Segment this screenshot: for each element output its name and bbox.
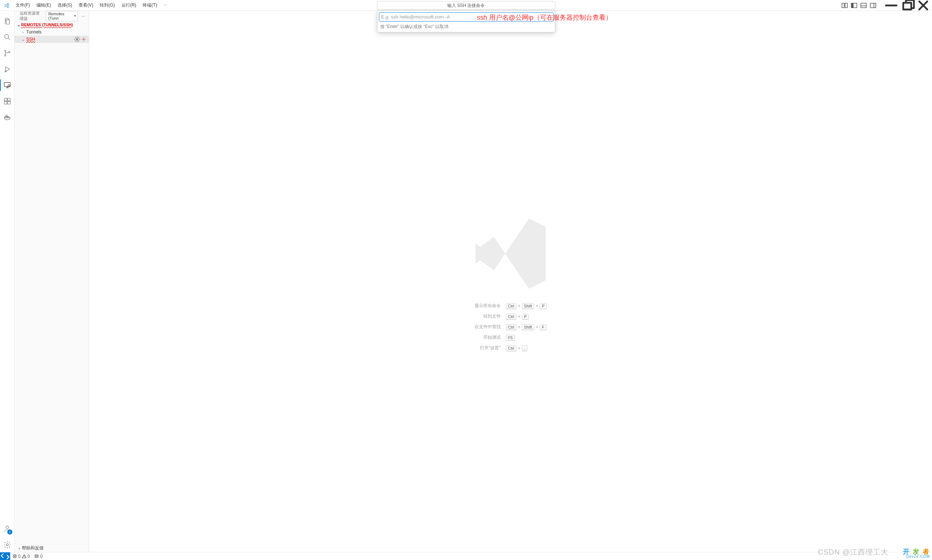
activity-settings[interactable] xyxy=(0,537,15,552)
menu-terminal[interactable]: 终端(T) xyxy=(140,1,160,10)
sidebar: 远程资源管理器 Remotes (Tunn ··· ⌄ REMOTES (TUN… xyxy=(15,11,89,552)
remote-indicator[interactable] xyxy=(0,552,10,560)
watermark-csdn: CSDN @江西理工大 xyxy=(818,547,888,557)
activity-explorer[interactable] xyxy=(0,14,15,28)
shortcut-label: 打开"设置" xyxy=(475,345,501,351)
menu-edit[interactable]: 编辑(E) xyxy=(34,1,54,10)
sidebar-title: 远程资源管理器 xyxy=(20,11,44,22)
svg-point-30 xyxy=(6,526,8,529)
activity-accounts[interactable]: 2 xyxy=(0,522,15,536)
menu-overflow[interactable]: ··· xyxy=(161,1,170,10)
activity-docker[interactable] xyxy=(0,110,15,125)
tree-item-tunnels[interactable]: › Tunnels xyxy=(15,28,89,35)
svg-point-32 xyxy=(77,38,78,40)
sidebar-section-label: REMOTES (TUNNELS/SSH) xyxy=(21,23,73,27)
annotation-text: ssh 用户名@公网ip（可在服务器控制台查看） xyxy=(477,13,612,22)
chevron-right-icon: › xyxy=(20,30,26,34)
tree-item-label: SSH xyxy=(26,37,35,42)
titlebar: 文件(F) 编辑(E) 选择(S) 查看(V) 转到(G) 运行(R) 终端(T… xyxy=(0,0,932,11)
svg-line-13 xyxy=(8,38,10,40)
status-ports[interactable]: 0 xyxy=(32,554,45,559)
activity-bar: 2 xyxy=(0,11,15,552)
shortcut-label: 转到文件 xyxy=(475,313,501,320)
layout-panel-icon[interactable] xyxy=(860,2,867,9)
svg-rect-0 xyxy=(842,3,844,8)
gear-icon[interactable] xyxy=(74,36,80,42)
svg-point-40 xyxy=(37,555,38,557)
svg-rect-9 xyxy=(903,3,911,9)
svg-rect-18 xyxy=(4,83,10,86)
tree-item-label: Tunnels xyxy=(26,29,42,35)
shortcut-keys: Ctrl+, xyxy=(506,345,547,351)
command-center-title: 输入 SSH 连接命令 xyxy=(377,1,555,10)
activity-source-control[interactable] xyxy=(0,46,15,60)
menu-file[interactable]: 文件(F) xyxy=(13,1,33,10)
activity-search[interactable] xyxy=(0,30,15,45)
menu-selection[interactable]: 选择(S) xyxy=(55,1,75,10)
shortcut-keys: Ctrl+P xyxy=(506,314,547,320)
window-minimize[interactable] xyxy=(883,0,899,11)
shortcut-label: 在文件中查找 xyxy=(475,324,501,330)
shortcut-label: 开始调试 xyxy=(475,334,501,341)
chevron-down-icon: ⌄ xyxy=(16,23,21,27)
welcome-shortcuts: 显示所有命令Ctrl+Shift+P转到文件Ctrl+P在文件中查找Ctrl+S… xyxy=(475,303,547,351)
shortcut-keys: F5 xyxy=(506,335,547,341)
svg-rect-3 xyxy=(852,3,854,8)
activity-remote-explorer[interactable] xyxy=(0,78,15,92)
layout-editor-icon[interactable] xyxy=(841,2,848,9)
sidebar-more-icon[interactable]: ··· xyxy=(80,13,87,19)
menubar: 文件(F) 编辑(E) 选择(S) 查看(V) 转到(G) 运行(R) 终端(T… xyxy=(13,1,170,10)
svg-rect-23 xyxy=(4,102,6,104)
watermark-devze: 开 发 者 DevZe.COM xyxy=(903,548,930,558)
svg-rect-6 xyxy=(870,3,876,8)
window-close[interactable] xyxy=(915,0,931,11)
vscode-logo xyxy=(0,3,13,8)
window-restore[interactable] xyxy=(899,0,915,11)
status-warnings-count: 0 xyxy=(28,554,30,559)
menu-go[interactable]: 转到(G) xyxy=(97,1,118,10)
layout-sidebar-left-icon[interactable] xyxy=(850,2,858,9)
layout-sidebar-right-icon[interactable] xyxy=(869,2,877,9)
tree-item-ssh[interactable]: ⌄ SSH xyxy=(15,35,89,43)
quick-input-hint: 按 "Enter" 以确认或按 "Esc" 以取消 xyxy=(379,22,554,31)
status-problems[interactable]: 0 0 xyxy=(10,554,32,559)
sidebar-section-remotes[interactable]: ⌄ REMOTES (TUNNELS/SSH) xyxy=(15,21,89,28)
menu-view[interactable]: 查看(V) xyxy=(76,1,96,10)
chevron-down-icon: ⌄ xyxy=(20,37,26,42)
menu-run[interactable]: 运行(R) xyxy=(118,1,139,10)
shortcut-keys: Ctrl+Shift+F xyxy=(506,324,547,330)
plus-icon[interactable] xyxy=(81,36,87,42)
activity-run-debug[interactable] xyxy=(0,62,15,76)
svg-rect-4 xyxy=(861,3,866,8)
svg-point-39 xyxy=(35,555,36,557)
status-errors-count: 0 xyxy=(18,554,21,559)
svg-rect-25 xyxy=(7,98,10,101)
command-center[interactable]: 输入 SSH 连接命令 xyxy=(377,1,555,10)
vscode-watermark-icon xyxy=(469,212,552,295)
sidebar-footer-help[interactable]: › 帮助和反馈 xyxy=(15,544,89,552)
svg-rect-22 xyxy=(4,98,6,101)
sidebar-footer-label: 帮助和反馈 xyxy=(22,545,44,551)
shortcut-keys: Ctrl+Shift+P xyxy=(506,303,547,309)
activity-extensions[interactable] xyxy=(0,94,15,108)
chevron-right-icon: › xyxy=(17,546,22,551)
svg-point-12 xyxy=(5,35,8,38)
svg-point-31 xyxy=(6,544,8,546)
status-bar: 0 0 0 xyxy=(0,552,932,560)
svg-rect-1 xyxy=(845,3,847,8)
editor-welcome: 显示所有命令Ctrl+Shift+P转到文件Ctrl+P在文件中查找Ctrl+S… xyxy=(89,11,932,552)
shortcut-label: 显示所有命令 xyxy=(475,303,501,309)
accounts-badge: 2 xyxy=(7,529,12,535)
sidebar-remote-select[interactable]: Remotes (Tunn xyxy=(46,11,78,21)
svg-rect-24 xyxy=(7,102,10,104)
svg-rect-29 xyxy=(6,115,7,117)
status-ports-count: 0 xyxy=(40,554,43,559)
